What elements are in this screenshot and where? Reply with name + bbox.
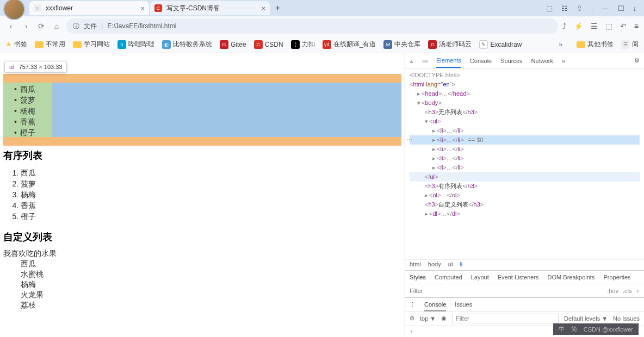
tab-computed[interactable]: Computed (435, 274, 462, 280)
list-item: 香蕉 (21, 200, 401, 211)
tab-console[interactable]: Console (470, 58, 492, 64)
bookmark-item[interactable]: GGitee (220, 40, 246, 49)
favicon-2: C (154, 4, 162, 12)
context-select[interactable]: top ▼ (420, 315, 436, 322)
maximize-icon[interactable]: ☐ (618, 4, 624, 13)
menu-icon[interactable]: ≡ (634, 22, 639, 30)
drawer-menu-icon[interactable]: ⋮ (410, 301, 416, 308)
hov-toggle[interactable]: :hov (607, 288, 618, 294)
content-highlight (52, 83, 401, 139)
tab-network[interactable]: Network (531, 58, 553, 64)
tooltip-tag: ul (9, 64, 14, 70)
tooltip-dim: 757.33 × 103.33 (19, 64, 63, 70)
minimize-icon[interactable]: — (602, 4, 609, 13)
folder-icon (73, 41, 82, 48)
tab-elements[interactable]: Elements (436, 57, 461, 68)
home-icon[interactable]: ⌂ (51, 21, 62, 32)
info-icon[interactable]: ⓘ (73, 22, 79, 31)
element-tooltip: ul 757.33 × 103.33 (4, 61, 67, 73)
dl-term: 我喜欢吃的水果 (3, 249, 401, 259)
tab-2[interactable]: C 写文章-CSDN博客 × (150, 1, 270, 15)
undo-icon[interactable]: ↶ (620, 22, 627, 30)
dl-def: 杨梅 (3, 279, 401, 290)
url-path: E:/JavaEE/firsthtml.html (107, 22, 176, 30)
tab-console[interactable]: Console (424, 301, 446, 311)
inspect-icon[interactable]: ⟁ (410, 58, 413, 64)
url-label: 文件 (84, 22, 97, 31)
address-bar: ‹ › ⟳ ⌂ ⓘ 文件 | E:/JavaEE/firsthtml.html … (0, 16, 644, 36)
bookmark-item[interactable]: yd在线翻译_有道 (323, 40, 376, 49)
dom-breadcrumbs[interactable]: html body ul li (405, 259, 644, 270)
tab-styles[interactable]: Styles (410, 274, 426, 280)
translate-icon[interactable]: ☰ (591, 22, 598, 30)
gitee-icon: G (220, 40, 228, 49)
gitee-icon: G (428, 40, 437, 49)
gear-icon[interactable]: ⚙ (634, 57, 640, 64)
bookmark-item[interactable]: 学习网站 (73, 40, 110, 49)
bookmarks-overflow[interactable]: » (559, 41, 562, 48)
page-viewport: ul 757.33 × 103.33 •西瓜 •菠萝 •杨梅 •香蕉 •橙子 有… (0, 53, 405, 337)
tab-sources[interactable]: Sources (500, 58, 522, 64)
close-icon[interactable]: × (140, 4, 145, 13)
add-rule-icon[interactable]: + (636, 288, 640, 294)
ordered-list: 西瓜 菠萝 杨梅 香蕉 橙子 (3, 167, 401, 222)
clear-icon[interactable]: ⊘ (410, 315, 414, 322)
tab-props[interactable]: Properties (603, 274, 630, 280)
share-icon[interactable]: ⤴ (562, 22, 566, 30)
ul-highlight: •西瓜 •菠萝 •杨梅 •香蕉 •橙子 (3, 83, 401, 139)
ext-icon[interactable]: ⬚ (546, 4, 553, 13)
add-tab-icon[interactable]: + (275, 3, 280, 13)
tab-dom-bp[interactable]: DOM Breakpoints (548, 274, 595, 280)
folder-icon (35, 41, 44, 48)
arrow-icon[interactable]: ↓ (633, 4, 637, 13)
styles-filter: :hov .cls + (405, 284, 644, 297)
bookmark-item[interactable]: b哔哩哔哩 (117, 40, 154, 49)
bookmark-item[interactable]: ★书签 (5, 40, 27, 49)
back-icon[interactable]: ‹ (5, 21, 16, 32)
bookmark-item[interactable]: M中央仓库 (383, 40, 420, 49)
tab-events[interactable]: Event Listeners (498, 274, 539, 280)
url-input[interactable]: ⓘ 文件 | E:/JavaEE/firsthtml.html (66, 18, 558, 34)
folder-icon (577, 41, 585, 48)
bookmark-item[interactable]: 不常用 (35, 40, 65, 49)
ext-icon[interactable]: ⬚ (605, 22, 612, 30)
read-icon: ☰ (621, 40, 630, 49)
list-item: 杨梅 (21, 189, 401, 200)
heading-custom: 自定义列表 (3, 230, 401, 244)
bookmark-item[interactable]: ⟨力扣 (291, 40, 315, 49)
ext-icon[interactable]: ⇧ (577, 4, 583, 13)
issues-badge[interactable]: No Issues (613, 315, 640, 322)
tab-title: 写文章-CSDN博客 (166, 4, 220, 13)
levels-select[interactable]: Default levels ▼ (564, 315, 608, 322)
bookmark-item[interactable]: 其他书签 (577, 40, 614, 49)
list-item: 橙子 (21, 211, 401, 222)
watermark: 中 简 CSDN @xxxflower (553, 323, 639, 335)
bookmark-item[interactable]: ◐比特教务系统 (162, 40, 212, 49)
bookmark-item[interactable]: ✎Excalidraw (479, 40, 522, 49)
tab-layout[interactable]: Layout (471, 274, 489, 280)
excalidraw-icon: ✎ (479, 40, 488, 49)
device-icon[interactable]: ▭ (422, 57, 428, 64)
filter-input[interactable] (410, 288, 603, 294)
bookmark-item[interactable]: G汤老师码云 (428, 40, 472, 49)
bolt-icon[interactable]: ⚡ (574, 22, 583, 30)
bookmark-item[interactable]: CCSDN (254, 40, 283, 49)
close-icon[interactable]: × (261, 4, 265, 13)
dl-def: 水蜜桃 (3, 269, 401, 279)
favicon-1: ○ (34, 4, 41, 12)
dom-tree[interactable]: <!DOCTYPE html> <html lang="en"> ▸<head>… (405, 68, 644, 259)
reload-icon[interactable]: ⟳ (36, 21, 47, 32)
forward-icon[interactable]: › (21, 21, 32, 32)
eye-icon[interactable]: ◉ (441, 315, 447, 322)
ext-icon[interactable]: ☷ (561, 4, 568, 13)
tab-issues[interactable]: Issues (455, 301, 472, 308)
star-icon: ★ (5, 40, 12, 48)
tabs-more[interactable]: » (562, 58, 565, 64)
cls-toggle[interactable]: .cls (623, 288, 632, 294)
tab-1[interactable]: ○ xxxflower × (29, 1, 149, 15)
dl-def: 荔枝 (3, 300, 401, 310)
bookmark-item[interactable]: ☰阅 (621, 40, 639, 49)
leetcode-icon: ⟨ (291, 40, 300, 49)
console-filter-input[interactable]: Filter (452, 314, 559, 323)
tab-title: xxxflower (46, 4, 73, 12)
